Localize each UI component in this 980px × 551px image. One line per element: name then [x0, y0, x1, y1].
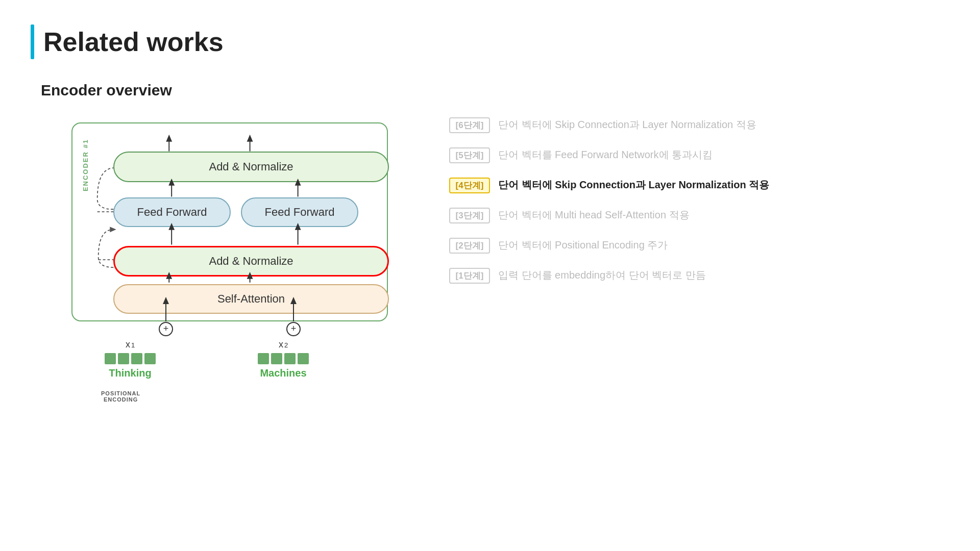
step-badge-4: [2단계]: [449, 238, 490, 254]
token1-word: Thinking: [109, 367, 151, 379]
title-accent-bar: [31, 24, 34, 59]
step-text-3: 단어 벡터에 Multi head Self-Attention 적용: [498, 208, 690, 222]
feed-forward-left-block: Feed Forward: [113, 197, 231, 227]
encoder-box: ENCODER #1 Add & Normalize Feed Forward …: [71, 122, 388, 321]
token-bar: [144, 353, 156, 364]
svg-point-12: [159, 322, 173, 336]
step-row-4: [2단계]단어 벡터에 Positional Encoding 주가: [449, 238, 939, 254]
token-bar: [258, 353, 269, 364]
step-row-1: [5단계]단어 벡터를 Feed Forward Network에 통과시킴: [449, 147, 939, 163]
token1-subscript: 1: [131, 341, 135, 349]
step-text-5: 입력 단어를 embedding하여 단어 벡터로 만듬: [498, 268, 706, 282]
step-text-0: 단어 벡터에 Skip Connection과 Layer Normalizat…: [498, 118, 756, 132]
token2-x-label: x: [279, 339, 283, 350]
step-row-3: [3단계]단어 벡터에 Multi head Self-Attention 적용: [449, 208, 939, 223]
self-attention-block: Self-Attention: [113, 284, 389, 314]
encoder-diagram: ENCODER #1 Add & Normalize Feed Forward …: [41, 107, 413, 357]
step-badge-5: [1단계]: [449, 268, 490, 284]
encoder-label: ENCODER #1: [82, 139, 89, 191]
svg-text:+: +: [291, 323, 297, 334]
step-badge-1: [5단계]: [449, 147, 490, 163]
positional-encoding-label: POSITIONAL ENCODING: [101, 390, 140, 403]
step-text-4: 단어 벡터에 Positional Encoding 주가: [498, 238, 668, 252]
page-title: Related works: [43, 27, 224, 57]
token-bar: [284, 353, 296, 364]
token-bar: [271, 353, 282, 364]
token2-bars: [258, 353, 309, 364]
section-subtitle: Encoder overview: [41, 82, 172, 99]
steps-panel: [6단계]단어 벡터에 Skip Connection과 Layer Norma…: [449, 117, 939, 284]
svg-text:+: +: [163, 323, 169, 334]
step-row-2: [4단계]단어 벡터에 Skip Connection과 Layer Norma…: [449, 178, 939, 193]
token2-subscript: 2: [284, 341, 288, 349]
token1-x-label: x: [126, 339, 130, 350]
token2-word: Machines: [260, 367, 306, 379]
svg-point-14: [287, 322, 300, 336]
token1-bars: [105, 353, 156, 364]
step-row-5: [1단계]입력 단어를 embedding하여 단어 벡터로 만듬: [449, 268, 939, 284]
step-badge-2: [4단계]: [449, 178, 490, 193]
step-text-1: 단어 벡터를 Feed Forward Network에 통과시킴: [498, 148, 713, 162]
step-bold-text: Skip Connection과 Layer Normalization: [555, 179, 746, 190]
token-bar: [105, 353, 116, 364]
page-title-area: Related works: [31, 24, 224, 59]
token-bar: [118, 353, 129, 364]
step-row-0: [6단계]단어 벡터에 Skip Connection과 Layer Norma…: [449, 117, 939, 133]
add-normalize-top-block: Add & Normalize: [113, 152, 389, 182]
token1-group: x 1 Thinking: [105, 339, 156, 379]
token-bar: [131, 353, 142, 364]
token2-group: x 2 Machines: [258, 339, 309, 379]
feed-forward-right-block: Feed Forward: [241, 197, 358, 227]
step-badge-3: [3단계]: [449, 208, 490, 223]
token-bar: [298, 353, 309, 364]
step-badge-0: [6단계]: [449, 117, 490, 133]
add-normalize-second-block: Add & Normalize: [113, 246, 389, 277]
token-inputs: x 1 Thinking x 2 Machines: [105, 339, 309, 379]
step-text-2: 단어 벡터에 Skip Connection과 Layer Normalizat…: [498, 178, 769, 192]
